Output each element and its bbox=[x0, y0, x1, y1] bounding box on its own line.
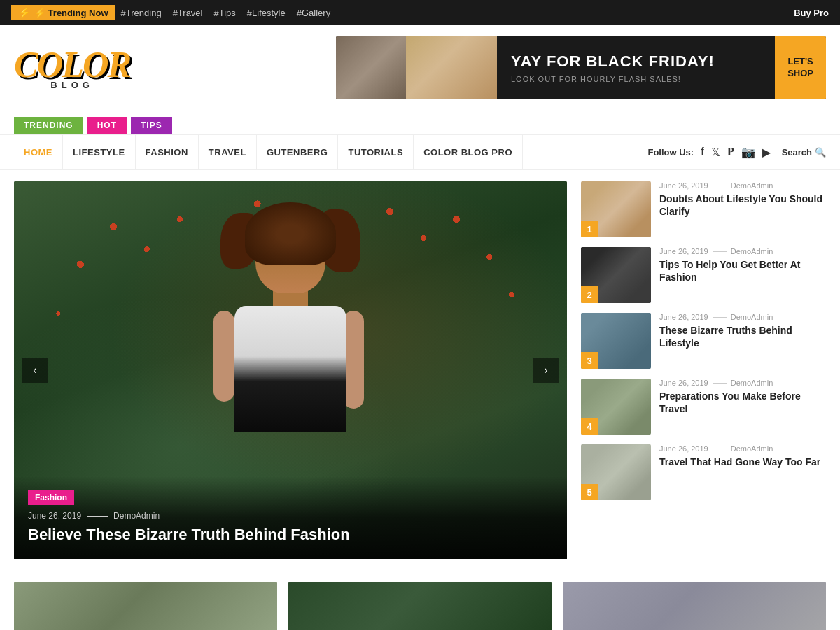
sidebar-num-1: 1 bbox=[581, 220, 598, 237]
hero-next-button[interactable]: › bbox=[533, 358, 559, 383]
sidebar-info-5: June 26, 2019 DemoAdmin Travel That Had … bbox=[659, 444, 826, 468]
sidebar-thumb-4: 4 bbox=[581, 379, 651, 435]
sidebar-num-5: 5 bbox=[581, 484, 598, 500]
sidebar-meta-4: June 26, 2019 DemoAdmin bbox=[659, 379, 826, 387]
sidebar-info-3: June 26, 2019 DemoAdmin These Bizarre Tr… bbox=[659, 313, 826, 349]
sidebar-divider-3 bbox=[713, 317, 727, 318]
sidebar-item-1[interactable]: 1 June 26, 2019 DemoAdmin Doubts About L… bbox=[581, 181, 826, 237]
sidebar-meta-3: June 26, 2019 DemoAdmin bbox=[659, 313, 826, 321]
sidebar-divider-4 bbox=[713, 383, 727, 384]
sidebar: 1 June 26, 2019 DemoAdmin Doubts About L… bbox=[581, 181, 826, 559]
hero-prev-button[interactable]: ‹ bbox=[22, 358, 48, 383]
sidebar-meta-1: June 26, 2019 DemoAdmin bbox=[659, 181, 826, 190]
banner-cta-button[interactable]: LET'SSHOP bbox=[775, 36, 826, 99]
sidebar-num-2: 2 bbox=[581, 286, 598, 303]
tab-hot[interactable]: HOT bbox=[88, 117, 127, 134]
nav-color-blog-pro[interactable]: COLOR BLOG PRO bbox=[414, 134, 523, 169]
tab-trending[interactable]: TRENDING bbox=[14, 117, 83, 134]
main-nav: HOME LIFESTYLE FASHION TRAVEL GUTENBERG … bbox=[0, 135, 840, 170]
hashtag-lifestyle[interactable]: #Lifestyle bbox=[247, 8, 286, 18]
hashtag-tips[interactable]: #Tips bbox=[214, 8, 236, 18]
trending-now-section: ⚡ ⚡ Trending Now #Trending #Travel #Tips… bbox=[11, 5, 330, 20]
nav-travel[interactable]: TRAVEL bbox=[199, 134, 257, 169]
sidebar-author-2: DemoAdmin bbox=[731, 247, 774, 255]
sidebar-title-1[interactable]: Doubts About Lifestyle You Should Clarif… bbox=[659, 192, 826, 218]
hero-article[interactable]: ‹ › Fashion June 26, 2019 DemoAdmin Beli… bbox=[14, 181, 567, 559]
sidebar-thumb-3: 3 bbox=[581, 313, 651, 369]
sidebar-meta-2: June 26, 2019 DemoAdmin bbox=[659, 247, 826, 255]
facebook-icon[interactable]: f bbox=[701, 146, 704, 158]
sidebar-item-5[interactable]: 5 June 26, 2019 DemoAdmin Travel That Ha… bbox=[581, 444, 826, 500]
top-hashtags: #Trending #Travel #Tips #Lifestyle #Gall… bbox=[121, 8, 331, 18]
follow-us-label: Follow Us: bbox=[648, 147, 694, 158]
hashtag-trending[interactable]: #Trending bbox=[121, 8, 162, 18]
sidebar-info-2: June 26, 2019 DemoAdmin Tips To Help You… bbox=[659, 247, 826, 284]
sidebar-divider-1 bbox=[713, 186, 727, 186]
ad-banner[interactable]: YAY FOR BLACK FRIDAY! LOOK OUT FOR HOURL… bbox=[336, 36, 826, 99]
bottom-card-2[interactable] bbox=[288, 582, 552, 630]
sidebar-thumb-5: 5 bbox=[581, 444, 651, 500]
nav-gutenberg[interactable]: GUTENBERG bbox=[257, 134, 339, 169]
sidebar-num-3: 3 bbox=[581, 352, 598, 369]
hero-overlay: Fashion June 26, 2019 DemoAdmin Believe … bbox=[14, 476, 567, 559]
sidebar-thumb-1: 1 bbox=[581, 181, 651, 237]
content-area: ‹ › Fashion June 26, 2019 DemoAdmin Beli… bbox=[0, 170, 840, 570]
nav-tutorials[interactable]: TUTORIALS bbox=[338, 134, 414, 169]
nav-links: HOME LIFESTYLE FASHION TRAVEL GUTENBERG … bbox=[14, 134, 648, 169]
sidebar-author-5: DemoAdmin bbox=[731, 444, 774, 453]
nav-fashion[interactable]: FASHION bbox=[136, 134, 199, 169]
trending-text: ⚡ Trending Now bbox=[34, 8, 108, 18]
hero-navigation: ‹ › bbox=[14, 358, 567, 383]
sidebar-title-5[interactable]: Travel That Had Gone Way Too Far bbox=[659, 456, 826, 468]
sidebar-title-2[interactable]: Tips To Help You Get Better At Fashion bbox=[659, 258, 826, 284]
sidebar-meta-5: June 26, 2019 DemoAdmin bbox=[659, 444, 826, 453]
sidebar-author-4: DemoAdmin bbox=[731, 379, 774, 387]
header: COLOR BLOG YAY FOR BLACK FRIDAY! LOOK OU… bbox=[0, 25, 840, 111]
sidebar-date-4: June 26, 2019 bbox=[659, 379, 708, 387]
tab-bar: TRENDING HOT TIPS bbox=[0, 111, 840, 135]
sidebar-divider-2 bbox=[713, 251, 727, 252]
site-logo[interactable]: COLOR BLOG bbox=[14, 47, 130, 90]
meta-divider bbox=[87, 516, 108, 517]
sidebar-divider-5 bbox=[713, 449, 727, 449]
trending-now-label: ⚡ ⚡ Trending Now bbox=[11, 5, 115, 20]
sidebar-info-1: June 26, 2019 DemoAdmin Doubts About Lif… bbox=[659, 181, 826, 218]
pinterest-icon[interactable]: 𝐏 bbox=[727, 146, 734, 158]
sidebar-date-3: June 26, 2019 bbox=[659, 313, 708, 321]
bottom-card-1[interactable] bbox=[14, 582, 277, 630]
logo-blog-text: BLOG bbox=[50, 80, 94, 90]
bottom-card-3[interactable] bbox=[563, 582, 826, 630]
sidebar-item-3[interactable]: 3 June 26, 2019 DemoAdmin These Bizarre … bbox=[581, 313, 826, 369]
logo-color-text: COLOR bbox=[14, 47, 130, 83]
buy-pro-button[interactable]: Buy Pro bbox=[794, 8, 829, 18]
sidebar-num-4: 4 bbox=[581, 418, 598, 435]
hero-date: June 26, 2019 bbox=[28, 511, 81, 521]
sidebar-date-1: June 26, 2019 bbox=[659, 181, 708, 190]
banner-image-1 bbox=[336, 36, 406, 99]
sidebar-author-1: DemoAdmin bbox=[731, 181, 774, 190]
nav-lifestyle[interactable]: LIFESTYLE bbox=[63, 134, 136, 169]
sidebar-item-4[interactable]: 4 June 26, 2019 DemoAdmin Preparations Y… bbox=[581, 379, 826, 435]
tab-tips[interactable]: TIPS bbox=[131, 117, 172, 134]
youtube-icon[interactable]: ▶ bbox=[762, 146, 771, 159]
bolt-icon: ⚡ bbox=[18, 7, 30, 18]
main-column: ‹ › Fashion June 26, 2019 DemoAdmin Beli… bbox=[14, 181, 567, 559]
search-icon: 🔍 bbox=[815, 147, 826, 158]
instagram-icon[interactable]: 📷 bbox=[741, 146, 755, 159]
nav-social: Follow Us: f 𝕏 𝐏 📷 ▶ bbox=[648, 146, 770, 159]
hero-title[interactable]: Believe These Bizarre Truth Behind Fashi… bbox=[28, 525, 553, 545]
top-bar: ⚡ ⚡ Trending Now #Trending #Travel #Tips… bbox=[0, 0, 840, 25]
sidebar-title-3[interactable]: These Bizarre Truths Behind Lifestyle bbox=[659, 324, 826, 349]
hero-category-badge[interactable]: Fashion bbox=[28, 490, 74, 505]
twitter-icon[interactable]: 𝕏 bbox=[711, 146, 720, 159]
hero-meta: June 26, 2019 DemoAdmin bbox=[28, 511, 553, 521]
sidebar-title-4[interactable]: Preparations You Make Before Travel bbox=[659, 390, 826, 415]
sidebar-thumb-2: 2 bbox=[581, 247, 651, 303]
hashtag-travel[interactable]: #Travel bbox=[173, 8, 203, 18]
sidebar-date-5: June 26, 2019 bbox=[659, 444, 708, 453]
hashtag-gallery[interactable]: #Gallery bbox=[297, 8, 330, 18]
search-link[interactable]: Search 🔍 bbox=[782, 147, 826, 158]
sidebar-item-2[interactable]: 2 June 26, 2019 DemoAdmin Tips To Help Y… bbox=[581, 247, 826, 303]
sidebar-author-3: DemoAdmin bbox=[731, 313, 774, 321]
nav-home[interactable]: HOME bbox=[14, 134, 63, 169]
